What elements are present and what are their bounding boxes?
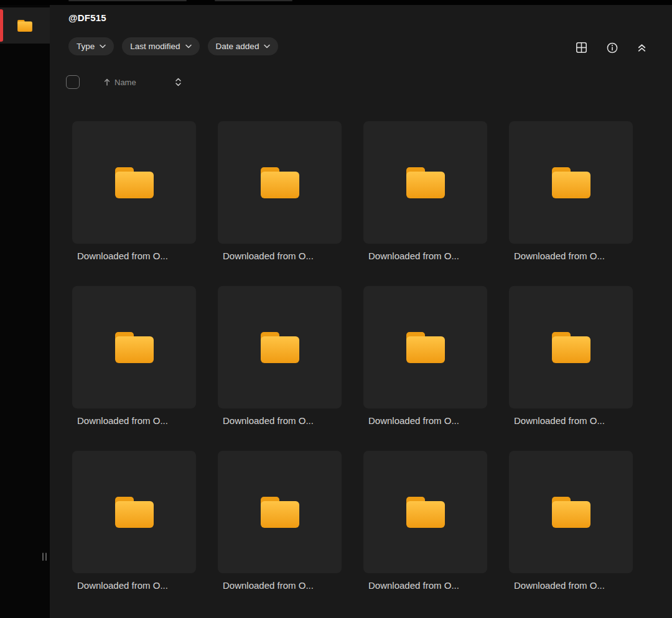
file-card[interactable]: Downloaded from O...: [363, 286, 487, 426]
grid-view-button[interactable]: [574, 40, 589, 55]
file-grid: Downloaded from O... Downloaded from O..…: [72, 121, 633, 591]
file-card[interactable]: Downloaded from O...: [363, 121, 487, 261]
folder-icon: [549, 164, 594, 201]
cut-off-toolbar-edge: [68, 0, 187, 1]
filter-last-modified-label: Last modified: [130, 42, 180, 51]
file-tile[interactable]: [509, 286, 633, 408]
file-label: Downloaded from O...: [363, 580, 482, 591]
file-label: Downloaded from O...: [218, 580, 337, 591]
grid-view-icon: [575, 41, 588, 54]
file-tile[interactable]: [72, 286, 196, 408]
file-label: Downloaded from O...: [509, 415, 628, 426]
folder-icon: [112, 494, 157, 531]
collapse-all-button[interactable]: [635, 41, 648, 54]
info-icon: [606, 42, 618, 54]
select-all-checkbox[interactable]: [66, 75, 80, 89]
sort-field-label: Name: [114, 78, 136, 87]
file-card[interactable]: Downloaded from O...: [72, 121, 196, 261]
file-label: Downloaded from O...: [363, 415, 482, 426]
info-button[interactable]: [605, 40, 620, 55]
file-card[interactable]: Downloaded from O...: [218, 121, 342, 261]
page-title: @DF515: [68, 12, 106, 23]
active-accent-bar: [0, 9, 3, 42]
list-header: Name: [66, 75, 182, 89]
folder-icon: [258, 494, 302, 531]
file-label: Downloaded from O...: [72, 415, 191, 426]
file-tile[interactable]: [363, 286, 487, 408]
folder-icon: [403, 494, 448, 531]
file-card[interactable]: Downloaded from O...: [509, 451, 633, 591]
file-tile[interactable]: [509, 451, 633, 573]
file-label: Downloaded from O...: [509, 251, 628, 261]
file-tile[interactable]: [72, 121, 196, 244]
file-tile[interactable]: [218, 451, 342, 573]
sort-direction-toggle[interactable]: [175, 77, 182, 87]
sidebar: [0, 0, 50, 618]
filter-type-button[interactable]: Type: [68, 37, 114, 55]
filter-bar: Type Last modified Date added: [68, 37, 278, 55]
file-tile[interactable]: [363, 451, 487, 573]
cut-off-toolbar-edge: [215, 0, 292, 1]
folder-icon: [16, 19, 34, 33]
up-down-chevron-icon: [175, 77, 182, 87]
chevron-down-icon: [264, 44, 270, 48]
folder-icon: [549, 494, 594, 531]
sort-by-name-button[interactable]: Name: [103, 78, 136, 87]
folder-icon: [112, 164, 157, 201]
collapse-all-icon: [637, 42, 647, 53]
sidebar-item-current-folder[interactable]: [0, 7, 50, 44]
folder-icon: [549, 329, 594, 366]
file-label: Downloaded from O...: [72, 251, 191, 261]
file-label: Downloaded from O...: [218, 415, 337, 426]
window-top-edge: [0, 0, 672, 5]
file-label: Downloaded from O...: [218, 251, 337, 261]
chevron-down-icon: [100, 44, 106, 48]
file-label: Downloaded from O...: [72, 580, 191, 591]
file-tile[interactable]: [218, 121, 342, 244]
folder-icon: [112, 329, 157, 366]
filter-last-modified-button[interactable]: Last modified: [122, 37, 199, 55]
filter-date-added-label: Date added: [216, 42, 259, 51]
sidebar-resize-handle[interactable]: [41, 551, 48, 562]
file-card[interactable]: Downloaded from O...: [72, 451, 196, 591]
folder-icon: [403, 329, 448, 366]
filter-type-label: Type: [77, 42, 95, 51]
file-card[interactable]: Downloaded from O...: [72, 286, 196, 426]
file-card[interactable]: Downloaded from O...: [363, 451, 487, 591]
view-controls: [574, 40, 648, 55]
file-card[interactable]: Downloaded from O...: [509, 286, 633, 426]
file-tile[interactable]: [72, 451, 196, 573]
chevron-down-icon: [185, 44, 192, 48]
file-tile[interactable]: [509, 121, 633, 244]
sort-ascending-arrow-icon: [103, 78, 111, 86]
main-content: @DF515 Type Last modified Date added: [50, 5, 672, 618]
folder-icon: [403, 164, 448, 201]
file-card[interactable]: Downloaded from O...: [218, 286, 342, 426]
filter-date-added-button[interactable]: Date added: [208, 37, 279, 55]
folder-icon: [258, 164, 302, 201]
file-label: Downloaded from O...: [363, 251, 482, 261]
file-tile[interactable]: [363, 121, 487, 244]
folder-icon: [258, 329, 302, 366]
file-label: Downloaded from O...: [509, 580, 628, 591]
file-card[interactable]: Downloaded from O...: [509, 121, 633, 261]
file-card[interactable]: Downloaded from O...: [218, 451, 342, 591]
file-tile[interactable]: [218, 286, 342, 408]
